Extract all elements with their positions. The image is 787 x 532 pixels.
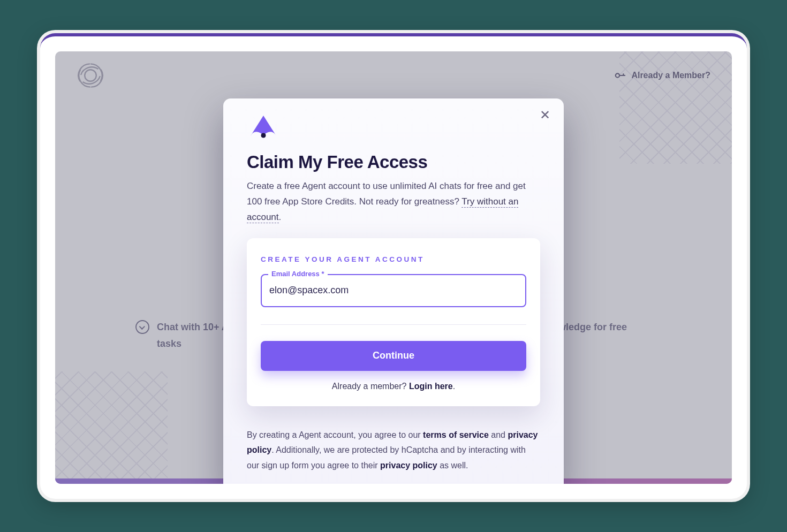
already-member-label: Already a Member?	[631, 71, 710, 80]
device-frame: Already a Member? Chat with 10+ AI's who…	[40, 33, 747, 499]
legal-post: as well.	[437, 461, 468, 470]
openai-logo-icon	[77, 62, 104, 89]
modal-subtitle-post: .	[279, 212, 282, 222]
login-prompt-text: Already a member?	[332, 382, 409, 391]
email-field-wrapper[interactable]: Email Address *	[261, 274, 526, 307]
svg-point-4	[261, 133, 266, 138]
email-input[interactable]	[269, 285, 518, 296]
modal-subtitle: Create a free Agent account to use unlim…	[247, 179, 540, 225]
chat-icon	[135, 320, 149, 334]
header: Already a Member?	[55, 51, 732, 100]
page-background: Already a Member? Chat with 10+ AI's who…	[55, 51, 732, 484]
legal-mid1: and	[489, 430, 508, 439]
email-label: Email Address *	[268, 270, 328, 278]
login-prompt-post: .	[453, 382, 455, 391]
form-eyebrow: CREATE YOUR AGENT ACCOUNT	[261, 255, 526, 263]
form-divider	[261, 324, 526, 325]
legal-text: By creating a Agent account, you agree t…	[247, 428, 540, 474]
svg-point-0	[85, 70, 96, 81]
signup-form-card: CREATE YOUR AGENT ACCOUNT Email Address …	[247, 238, 540, 406]
signup-modal: ✕ Claim My Free Access Create a free Age…	[223, 98, 564, 484]
close-button[interactable]: ✕	[537, 107, 553, 123]
continue-button[interactable]: Continue	[261, 341, 526, 371]
legal-pre: By creating a Agent account, you agree t…	[247, 430, 423, 439]
close-icon: ✕	[540, 108, 550, 123]
agent-logo-icon	[247, 115, 280, 139]
decorative-lines-bottom-left	[55, 371, 168, 484]
terms-of-service-link[interactable]: terms of service	[423, 430, 489, 439]
key-icon	[614, 70, 626, 81]
already-member-link[interactable]: Already a Member?	[614, 70, 710, 81]
login-here-link[interactable]: Login here	[409, 382, 453, 391]
modal-title: Claim My Free Access	[247, 152, 540, 172]
hcaptcha-privacy-link[interactable]: privacy policy	[380, 461, 437, 470]
login-prompt: Already a member? Login here.	[261, 382, 526, 391]
